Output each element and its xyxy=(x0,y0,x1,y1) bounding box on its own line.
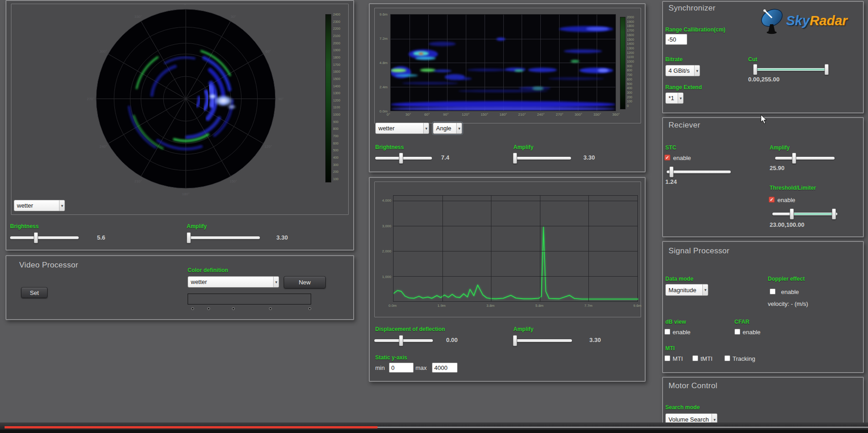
bscope-colorbar xyxy=(620,17,625,109)
threshold-range-slider[interactable] xyxy=(772,208,837,219)
search-mode-label: Search mode xyxy=(665,404,700,411)
satellite-dish-icon xyxy=(759,5,785,36)
stc-value: 1.24 xyxy=(665,178,677,185)
slider-handle[interactable] xyxy=(399,335,403,346)
ascope-amplify-value: 3.30 xyxy=(589,337,601,343)
svg-text:30°: 30° xyxy=(231,15,236,19)
static-y-axis-label: Static y-axis xyxy=(375,354,407,361)
mti-checkbox[interactable] xyxy=(664,355,670,361)
gradient-marker-dot[interactable] xyxy=(269,307,272,310)
slider-handle[interactable] xyxy=(825,64,829,75)
svg-text:240°: 240° xyxy=(100,144,108,149)
bscope-mode-value: Angle xyxy=(436,125,451,132)
bscope-palette-value: wetter xyxy=(378,125,394,132)
stc-enable-checkbox[interactable]: ✓ xyxy=(664,155,670,160)
gradient-marker-dot[interactable] xyxy=(232,307,235,310)
bscope-palette-select[interactable]: wetter ▾ xyxy=(375,123,429,134)
stc-slider[interactable] xyxy=(667,166,731,177)
chevron-down-icon: ▾ xyxy=(273,277,279,287)
cut-label: Cut xyxy=(748,56,757,63)
bscope-colorbar-labels: 2000190018001700160015001400130012001100… xyxy=(627,16,640,110)
stc-label: STC xyxy=(665,144,676,151)
color-definition-value: wetter xyxy=(191,278,207,285)
bscope-amplify-slider[interactable] xyxy=(513,153,571,164)
velocity-text: velocity: - (m/s) xyxy=(768,300,808,307)
ppi-palette-select[interactable]: wetter ▾ xyxy=(14,200,65,211)
slider-handle[interactable] xyxy=(399,153,403,164)
range-extend-select[interactable]: *1 ▾ xyxy=(665,92,684,104)
cut-value: 0.00,255.00 xyxy=(748,76,780,83)
cfar-enable-checkbox[interactable] xyxy=(734,329,740,335)
slider-handle[interactable] xyxy=(34,232,38,243)
tmti-checkbox[interactable] xyxy=(692,355,698,361)
bitrate-label: Bitrate xyxy=(665,56,683,63)
player-progress-remaining[interactable] xyxy=(377,427,868,428)
gradient-marker-dot[interactable] xyxy=(308,307,311,310)
ascope-panel: 4,0003,0002,0001,000 0.0m1.9m3.8m5.8m7.7… xyxy=(369,177,646,382)
y-max-input[interactable] xyxy=(432,363,458,373)
slider-handle[interactable] xyxy=(187,232,191,243)
ascope-y-axis-labels: 4,0003,0002,0001,000 xyxy=(376,195,392,302)
tracking-checkbox[interactable] xyxy=(724,355,730,361)
bscope-mode-select[interactable]: Angle ▾ xyxy=(433,123,462,134)
ppi-amplify-value: 3.30 xyxy=(276,234,288,241)
range-calibration-input[interactable] xyxy=(665,34,687,45)
ppi-brightness-slider[interactable] xyxy=(10,232,79,243)
receiver-amplify-slider[interactable] xyxy=(775,153,835,164)
ascope-amplify-slider[interactable] xyxy=(513,335,572,346)
bscope-display xyxy=(390,14,616,111)
receiver-panel: Reciever STC ✓ enable 1.24 Amplify 25.90… xyxy=(662,117,864,237)
slider-handle[interactable] xyxy=(792,153,796,164)
slider-handle[interactable] xyxy=(513,153,517,164)
ascope-display xyxy=(393,195,638,302)
chevron-down-icon: ▾ xyxy=(423,123,429,134)
min-label: min xyxy=(375,364,385,371)
chevron-down-icon: ▾ xyxy=(702,284,708,295)
mouse-cursor-icon xyxy=(760,114,768,124)
svg-text:60°: 60° xyxy=(265,49,271,53)
db-view-enable-checkbox[interactable] xyxy=(664,329,670,335)
slider-handle[interactable] xyxy=(753,64,757,75)
ppi-scope-panel: 0°30°60°90°120°150°180°210°240°270°300°3… xyxy=(5,0,354,251)
ascope-x-axis-labels: 0.0m1.9m3.8m5.8m7.7m9.6m xyxy=(393,304,638,310)
gradient-marker-dot[interactable] xyxy=(207,307,210,310)
slider-handle[interactable] xyxy=(832,208,836,219)
radar-application: 0°30°60°90°120°150°180°210°240°270°300°3… xyxy=(0,0,868,433)
chevron-down-icon: ▾ xyxy=(694,65,700,76)
slider-handle[interactable] xyxy=(790,208,794,219)
doppler-enable-checkbox[interactable] xyxy=(770,289,776,294)
displacement-label: Displacement of deflection xyxy=(375,326,445,332)
gradient-marker-dot[interactable] xyxy=(191,307,194,310)
bitrate-value: 4 GBit/s xyxy=(669,67,690,74)
max-label: max xyxy=(415,364,427,371)
video-processor-panel: Video Processor Set Color definition wet… xyxy=(5,255,354,320)
new-button[interactable]: New xyxy=(284,276,326,289)
ppi-colorbar xyxy=(325,14,331,182)
cut-range-slider[interactable] xyxy=(755,64,828,75)
displacement-slider[interactable] xyxy=(374,335,433,346)
slider-handle[interactable] xyxy=(669,166,674,177)
bscope-panel: 9.6m7.2m4.8m2.4m0.0m 0°30°60°90°120°150°… xyxy=(369,3,646,172)
slider-handle[interactable] xyxy=(513,335,517,346)
svg-text:150°: 150° xyxy=(230,179,237,183)
bitrate-select[interactable]: 4 GBit/s ▾ xyxy=(665,65,700,76)
ppi-brightness-value: 5.6 xyxy=(97,234,105,241)
bscope-brightness-slider[interactable] xyxy=(375,153,432,164)
set-button[interactable]: Set xyxy=(21,287,48,298)
doppler-enable-label: enable xyxy=(781,289,799,295)
player-progress-red[interactable] xyxy=(5,426,377,428)
cfar-enable-label: enable xyxy=(743,329,760,336)
svg-text:210°: 210° xyxy=(135,179,142,183)
color-definition-select[interactable]: wetter ▾ xyxy=(188,276,279,288)
bscope-display-area: 9.6m7.2m4.8m2.4m0.0m 0°30°60°90°120°150°… xyxy=(374,8,641,123)
tmti-checkbox-label: tMTI xyxy=(701,355,712,362)
svg-text:180°: 180° xyxy=(182,192,190,196)
ppi-brightness-label: Brightness xyxy=(10,223,39,230)
color-gradient-preview[interactable] xyxy=(188,294,311,305)
threshold-enable-checkbox[interactable]: ✓ xyxy=(769,197,775,203)
signal-processor-title: Signal Processor xyxy=(669,246,729,256)
mti-checkbox-label: MTI xyxy=(673,355,683,362)
ppi-amplify-slider[interactable] xyxy=(187,232,260,243)
data-mode-select[interactable]: Magnitude ▾ xyxy=(665,284,708,296)
y-min-input[interactable] xyxy=(389,363,414,373)
